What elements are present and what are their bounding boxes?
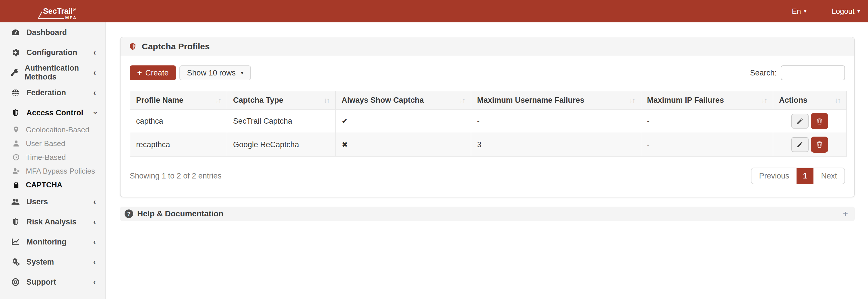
chevron-left-icon	[93, 89, 96, 97]
chevron-left-icon	[93, 69, 96, 77]
sidebar-subitem-captcha[interactable]: CAPTCHA	[0, 178, 105, 192]
check-icon: ✔	[342, 117, 348, 125]
column-header-max-ip-failures[interactable]: Maximum IP Failures↓↑	[641, 91, 773, 109]
delete-button[interactable]	[811, 113, 828, 129]
sidebar-item-users[interactable]: Users	[0, 192, 105, 212]
sidebar-subitem-label: Time-Based	[26, 153, 66, 162]
column-header-max-username-failures[interactable]: Maximum Username Failures↓↑	[471, 91, 641, 109]
cell-max-ip-failures: -	[641, 109, 773, 133]
sort-icon: ↓↑	[324, 96, 330, 104]
trash-icon	[816, 141, 823, 148]
sidebar-item-label: Monitoring	[26, 238, 66, 246]
pagination-previous[interactable]: Previous	[751, 168, 797, 184]
help-title: Help & Documentation	[137, 209, 223, 219]
help-documentation-panel[interactable]: Help & Documentation +	[120, 207, 855, 221]
chevron-left-icon	[93, 238, 96, 246]
chevron-left-icon	[93, 48, 96, 57]
sidebar-item-risk-analysis[interactable]: Risk Analysis	[0, 212, 105, 232]
entries-summary: Showing 1 to 2 of 2 entries	[130, 172, 222, 180]
sidebar-item-federation[interactable]: Federation	[0, 82, 105, 103]
sidebar-item-dashboard[interactable]: Dashboard	[0, 22, 105, 42]
globe-icon	[10, 88, 21, 97]
delete-button[interactable]	[811, 137, 828, 153]
sidebar-subitem-user-based[interactable]: User-Based	[0, 137, 105, 151]
logout-dropdown[interactable]: Logout	[832, 7, 860, 16]
topbar-menu: En Logout	[792, 0, 860, 22]
pagination: Previous 1 Next	[751, 168, 845, 184]
sort-icon: ↓↑	[459, 96, 465, 104]
sidebar-item-label: System	[26, 258, 54, 267]
sidebar-item-label: Access Control	[26, 108, 83, 118]
cell-profile-name: recapthca	[130, 133, 227, 156]
cell-always-show: ✖	[336, 133, 471, 156]
sidebar-item-label: Dashboard	[26, 28, 67, 37]
sidebar-item-configuration[interactable]: Configuration	[0, 42, 105, 63]
sidebar-subitem-geolocation-based[interactable]: Geolocation-Based	[0, 123, 105, 137]
captcha-profiles-card: Captcha Profiles Create Show 10 rows Sea…	[120, 37, 855, 197]
search-area: Search:	[750, 65, 845, 80]
language-label: En	[792, 7, 801, 16]
pagination-page-1[interactable]: 1	[797, 168, 813, 184]
chevron-left-icon	[93, 218, 96, 226]
edit-button[interactable]	[792, 137, 809, 152]
sort-icon: ↓↑	[761, 96, 767, 104]
cell-captcha-type: Google ReCaptcha	[227, 133, 336, 156]
sidebar-item-label: Risk Analysis	[26, 218, 76, 226]
column-header-profile-name[interactable]: Profile Name↓↑	[130, 91, 227, 109]
search-input[interactable]	[781, 65, 845, 80]
create-button-label: Create	[145, 69, 168, 77]
sidebar-subitem-label: Geolocation-Based	[26, 125, 89, 134]
gears-icon	[10, 258, 21, 266]
trash-icon	[816, 117, 823, 125]
cell-always-show: ✔	[336, 109, 471, 133]
question-circle-icon	[125, 209, 133, 218]
main-content: Captcha Profiles Create Show 10 rows Sea…	[106, 22, 868, 299]
topbar: SecTrail® MFA En Logout	[0, 0, 868, 22]
key-icon	[10, 68, 19, 77]
caret-down-icon	[857, 9, 860, 14]
sidebar-subitem-mfa-bypass-policies[interactable]: MFA Bypass Policies	[0, 164, 105, 178]
sort-icon: ↓↑	[629, 96, 635, 104]
life-ring-icon	[10, 278, 21, 287]
edit-button[interactable]	[792, 113, 809, 129]
card-body: Create Show 10 rows Search:	[121, 56, 854, 197]
sidebar-item-support[interactable]: Support	[0, 272, 105, 292]
lock-icon	[11, 181, 21, 189]
chevron-left-icon	[93, 258, 96, 266]
sort-icon: ↓↑	[835, 96, 840, 104]
sidebar-item-authentication-methods[interactable]: Authentication Methods	[0, 63, 105, 82]
pencil-icon	[797, 118, 803, 125]
app-window: SecTrail® MFA En Logout Dashboard	[0, 0, 868, 299]
cross-icon: ✖	[342, 140, 348, 149]
sidebar-item-system[interactable]: System	[0, 252, 105, 272]
sidebar-subitem-time-based[interactable]: Time-Based	[0, 151, 105, 164]
users-icon	[10, 197, 21, 206]
sidebar-item-monitoring[interactable]: Monitoring	[0, 232, 105, 252]
column-header-actions[interactable]: Actions↓↑	[773, 91, 846, 109]
search-label: Search:	[750, 69, 777, 77]
captcha-profiles-table: Profile Name↓↑ Captcha Type↓↑ Always Sho…	[130, 91, 847, 157]
chart-line-icon	[10, 238, 21, 246]
pencil-icon	[797, 141, 803, 148]
language-dropdown[interactable]: En	[792, 7, 807, 16]
chevron-down-icon	[93, 109, 96, 117]
cell-profile-name: capthca	[130, 109, 227, 133]
sidebar: Dashboard Configuration Authentication M…	[0, 22, 105, 299]
sidebar-subitem-label: User-Based	[26, 139, 65, 148]
sidebar-item-label: Users	[26, 197, 48, 206]
caret-down-icon	[804, 9, 806, 14]
column-header-always-show-captcha[interactable]: Always Show Captcha↓↑	[336, 91, 471, 109]
card-header: Captcha Profiles	[121, 37, 854, 56]
cell-captcha-type: SecTrail Captcha	[227, 109, 336, 133]
show-rows-dropdown[interactable]: Show 10 rows	[179, 65, 251, 80]
create-button[interactable]: Create	[130, 65, 176, 80]
sidebar-item-label: Authentication Methods	[25, 64, 93, 81]
shield-icon	[10, 108, 21, 117]
pagination-next[interactable]: Next	[813, 168, 844, 184]
sidebar-subitem-label: CAPTCHA	[26, 180, 62, 189]
sidebar-item-access-control[interactable]: Access Control	[0, 103, 105, 123]
shield-icon	[129, 42, 136, 51]
column-header-captcha-type[interactable]: Captcha Type↓↑	[227, 91, 336, 109]
chevron-left-icon	[93, 198, 96, 206]
expand-plus-icon[interactable]: +	[843, 209, 848, 219]
